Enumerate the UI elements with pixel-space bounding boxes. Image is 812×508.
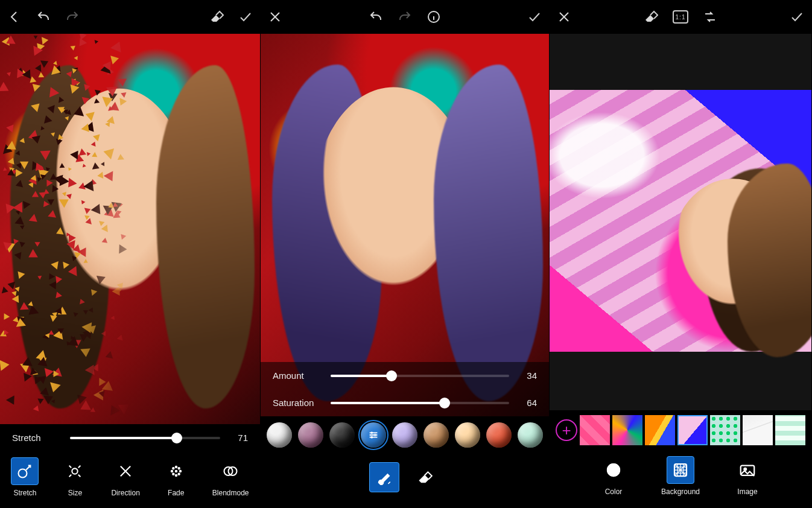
- tab-label: Stretch: [13, 489, 36, 497]
- tab-direction[interactable]: Direction: [111, 457, 139, 497]
- canvas[interactable]: [550, 34, 811, 410]
- svg-point-6: [178, 474, 179, 475]
- amount-slider[interactable]: Amount34: [261, 362, 549, 389]
- swatch-mint[interactable]: [518, 422, 543, 448]
- slider-label: Amount: [273, 370, 323, 381]
- tab-label: Blendmode: [212, 489, 249, 497]
- svg-point-15: [374, 434, 376, 436]
- redo-icon[interactable]: [65, 10, 80, 24]
- slider-track[interactable]: [70, 437, 220, 439]
- bg-thumb-teal-dots[interactable]: [710, 415, 740, 445]
- size-icon: [61, 457, 89, 485]
- panel-background: 1:1 + ColorBackgroundImage: [550, 0, 812, 508]
- background-icon: [667, 456, 694, 484]
- saturation-slider[interactable]: Saturation64: [261, 389, 549, 416]
- svg-point-7: [176, 466, 177, 468]
- slider-thumb[interactable]: [171, 433, 182, 443]
- slider-value: 34: [516, 370, 537, 381]
- eraser-button[interactable]: [410, 462, 440, 492]
- swatch-black[interactable]: [329, 422, 355, 448]
- slider-track[interactable]: [331, 375, 509, 377]
- svg-point-2: [176, 471, 177, 472]
- tab-label: Size: [68, 489, 82, 497]
- add-background-button[interactable]: +: [556, 419, 577, 441]
- bg-thumb-pink-banana[interactable]: [580, 415, 610, 445]
- effect-tabs: StretchSizeDirectionFadeBlendmode: [0, 451, 260, 508]
- slider-label: Stretch: [12, 433, 63, 443]
- panel-hair-color: Amount34Saturation64: [261, 0, 550, 508]
- image-icon: [734, 456, 761, 484]
- bg-thumb-pink-blue[interactable]: [677, 415, 708, 445]
- svg-point-4: [178, 468, 179, 469]
- tab-label: Color: [605, 487, 623, 496]
- tab-size[interactable]: Size: [61, 457, 89, 497]
- bg-thumb-orange-blue[interactable]: [645, 415, 675, 445]
- slider-label: Saturation: [273, 398, 323, 408]
- svg-point-0: [19, 469, 27, 478]
- background-thumbnails: +: [550, 410, 811, 450]
- tab-blendmode[interactable]: Blendmode: [212, 457, 249, 497]
- aspect-ratio-button[interactable]: 1:1: [673, 10, 688, 24]
- svg-point-9: [171, 471, 173, 472]
- svg-point-14: [370, 432, 373, 434]
- apply-icon[interactable]: [790, 10, 804, 24]
- brush-button[interactable]: [369, 462, 399, 492]
- sliders-overlay: Amount34Saturation64: [261, 362, 549, 416]
- redo-icon[interactable]: [398, 10, 412, 24]
- topbar: [261, 0, 549, 34]
- eraser-icon[interactable]: [209, 10, 224, 24]
- tab-label: Direction: [111, 489, 139, 497]
- undo-icon[interactable]: [369, 10, 383, 24]
- color-icon: [600, 456, 627, 484]
- tab-color[interactable]: Color: [600, 456, 627, 496]
- close-icon[interactable]: [268, 10, 282, 24]
- swatch-custom[interactable]: [361, 422, 386, 448]
- brush-eraser-row: [261, 454, 549, 508]
- undo-icon[interactable]: [36, 10, 51, 24]
- topbar: 1:1: [550, 0, 811, 34]
- slider-thumb[interactable]: [386, 370, 397, 381]
- background-mode-tabs: ColorBackgroundImage: [550, 450, 811, 508]
- photo: Amount34Saturation64: [261, 34, 549, 416]
- swatch-plum[interactable]: [298, 422, 323, 448]
- canvas[interactable]: [0, 34, 260, 424]
- hair-color-swatches: [261, 416, 549, 454]
- apply-icon[interactable]: [238, 10, 253, 24]
- swatch-lavender[interactable]: [392, 422, 417, 448]
- back-icon[interactable]: [7, 10, 22, 24]
- bg-thumb-mint-stripes[interactable]: [775, 415, 805, 445]
- canvas[interactable]: Amount34Saturation64: [261, 34, 549, 416]
- apply-icon[interactable]: [527, 10, 542, 24]
- photo: [0, 34, 260, 424]
- eraser-icon[interactable]: [644, 10, 658, 24]
- stretch-icon: [11, 457, 39, 485]
- bg-thumb-paint-multi[interactable]: [612, 415, 642, 445]
- tab-label: Fade: [168, 489, 184, 497]
- slider-track[interactable]: [331, 402, 509, 404]
- bg-thumb-marble[interactable]: [743, 415, 773, 445]
- swatch-bronze[interactable]: [423, 422, 449, 448]
- blendmode-icon: [217, 457, 244, 485]
- tab-label: Image: [737, 487, 757, 496]
- swap-icon[interactable]: [703, 10, 717, 24]
- panel-dispersion: Stretch 71 StretchSizeDirectionFadeBlend…: [0, 0, 261, 508]
- topbar: [0, 0, 260, 34]
- svg-point-8: [176, 475, 177, 476]
- swatch-blonde[interactable]: [455, 422, 480, 448]
- tab-background[interactable]: Background: [661, 456, 700, 496]
- svg-point-1: [72, 468, 78, 474]
- svg-point-10: [180, 471, 181, 472]
- close-icon[interactable]: [557, 10, 571, 24]
- svg-point-3: [173, 468, 174, 469]
- swatch-silver[interactable]: [267, 422, 292, 448]
- slider-thumb[interactable]: [439, 398, 450, 408]
- tab-image[interactable]: Image: [734, 456, 761, 496]
- info-icon[interactable]: [427, 10, 441, 24]
- swatch-copper[interactable]: [486, 422, 512, 448]
- tab-stretch[interactable]: Stretch: [11, 457, 39, 497]
- slider-value: 71: [227, 433, 248, 443]
- tab-fade[interactable]: Fade: [162, 457, 190, 497]
- svg-point-5: [173, 474, 174, 475]
- slider-value: 64: [516, 398, 537, 408]
- stretch-slider[interactable]: Stretch 71: [0, 424, 260, 451]
